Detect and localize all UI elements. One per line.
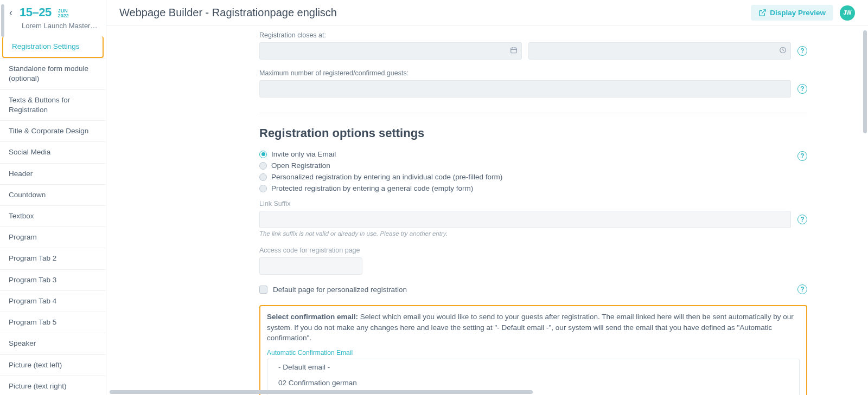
sidebar-item[interactable]: Program Tab 3 <box>0 269 106 290</box>
confirmation-description: Select confirmation email: Select which … <box>267 312 800 344</box>
confirmation-email-label: Automatic Confirmation Email <box>267 349 800 357</box>
radio-icon[interactable] <box>259 151 267 158</box>
radio-label: Personalized registration by entering an… <box>271 173 502 181</box>
access-code-label: Access code for registration page <box>259 247 807 254</box>
radio-option[interactable]: Invite only via Email <box>259 150 791 158</box>
sidebar-item[interactable]: Program <box>0 226 106 248</box>
main-area: Webpage Builder - Ragistrationpage engli… <box>106 0 868 395</box>
dropdown-option[interactable]: - Default email - <box>267 359 799 375</box>
max-guests-label: Maximum number of registered/confirmed g… <box>259 69 807 77</box>
sidebar-item[interactable]: Speaker <box>0 333 106 354</box>
help-icon[interactable]: ? <box>797 284 807 294</box>
sidebar-item[interactable]: Program Tab 5 <box>0 312 106 333</box>
event-date-range: 15–25 <box>20 5 52 20</box>
sidebar-item[interactable]: Program Tab 4 <box>0 290 106 312</box>
outer-scrollbar[interactable] <box>1 4 4 37</box>
sidebar-item[interactable]: Registration Settings <box>2 36 104 58</box>
display-preview-button[interactable]: Display Preview <box>751 5 833 21</box>
link-suffix-label: Link Suffix <box>259 200 807 208</box>
sidebar-item[interactable]: Title & Corporate Design <box>0 120 106 141</box>
event-name: Lorem Launch Mastercl… <box>7 22 99 30</box>
closes-date-input[interactable] <box>259 42 522 60</box>
confirmation-email-dropdown[interactable]: - Default email -02 Confirmation german0… <box>267 359 800 395</box>
preview-label: Display Preview <box>770 9 826 17</box>
svg-line-0 <box>762 10 765 14</box>
sidebar-nav: Registration SettingsStandalone form mod… <box>0 34 106 395</box>
registration-type-radios: Invite only via EmailOpen RegistrationPe… <box>259 150 791 192</box>
link-suffix-hint: The link suffix is not valid or already … <box>259 230 807 237</box>
sidebar-item[interactable]: Countdown <box>0 184 106 205</box>
clock-icon[interactable] <box>779 47 787 56</box>
radio-option[interactable]: Protected registration by entering a gen… <box>259 184 791 192</box>
user-avatar[interactable]: JW <box>840 5 855 21</box>
sidebar-item[interactable]: Texts & Buttons for Registration <box>0 89 106 120</box>
page-title: Webpage Builder - Ragistrationpage engli… <box>119 7 337 19</box>
calendar-icon[interactable] <box>510 47 518 56</box>
sidebar-item[interactable]: Picture (text left) <box>0 354 106 375</box>
section-title: Registration options settings <box>259 126 807 140</box>
topbar: Webpage Builder - Ragistrationpage engli… <box>106 0 868 26</box>
access-code-input[interactable] <box>259 257 362 275</box>
sidebar-item[interactable]: Social Media <box>0 141 106 163</box>
sidebar-item[interactable]: Header <box>0 163 106 184</box>
sidebar-item[interactable]: Textbox <box>0 205 106 226</box>
radio-label: Open Registration <box>271 161 330 170</box>
help-icon[interactable]: ? <box>797 215 807 224</box>
link-suffix-input[interactable] <box>259 211 791 228</box>
content-scroll[interactable]: Registration closes at: <box>106 26 868 395</box>
sidebar: ‹ 15–25 JUN 2022 Lorem Launch Mastercl… … <box>0 0 106 395</box>
scrollbar-horizontal[interactable] <box>110 390 533 394</box>
sidebar-item[interactable]: Program Tab 2 <box>0 248 106 269</box>
section-divider <box>259 113 807 113</box>
external-link-icon <box>758 9 767 17</box>
radio-option[interactable]: Open Registration <box>259 161 791 170</box>
closes-at-label: Registration closes at: <box>259 31 807 39</box>
radio-label: Protected registration by entering a gen… <box>271 184 473 192</box>
scrollbar-vertical[interactable] <box>863 30 867 133</box>
help-icon[interactable]: ? <box>797 46 807 56</box>
radio-icon[interactable] <box>259 162 267 170</box>
radio-label: Invite only via Email <box>271 150 336 158</box>
sidebar-item[interactable]: Picture (text right) <box>0 375 106 395</box>
back-chevron-icon[interactable]: ‹ <box>7 7 15 18</box>
svg-rect-1 <box>511 48 517 53</box>
max-guests-input[interactable] <box>259 80 791 98</box>
radio-icon[interactable] <box>259 173 267 181</box>
help-icon[interactable]: ? <box>797 151 807 161</box>
default-page-checkbox[interactable] <box>259 286 267 294</box>
default-page-label: Default page for personalized registrati… <box>273 286 407 294</box>
closes-time-input[interactable] <box>528 42 791 60</box>
confirmation-email-section: Select confirmation email: Select which … <box>259 305 807 395</box>
sidebar-item[interactable]: Standalone form module (optional) <box>0 58 106 89</box>
help-icon[interactable]: ? <box>797 84 807 94</box>
event-month-year: JUN 2022 <box>58 9 69 18</box>
dropdown-option[interactable]: 02 Confirmation german <box>267 375 799 391</box>
radio-icon[interactable] <box>259 185 267 192</box>
radio-option[interactable]: Personalized registration by entering an… <box>259 173 791 181</box>
